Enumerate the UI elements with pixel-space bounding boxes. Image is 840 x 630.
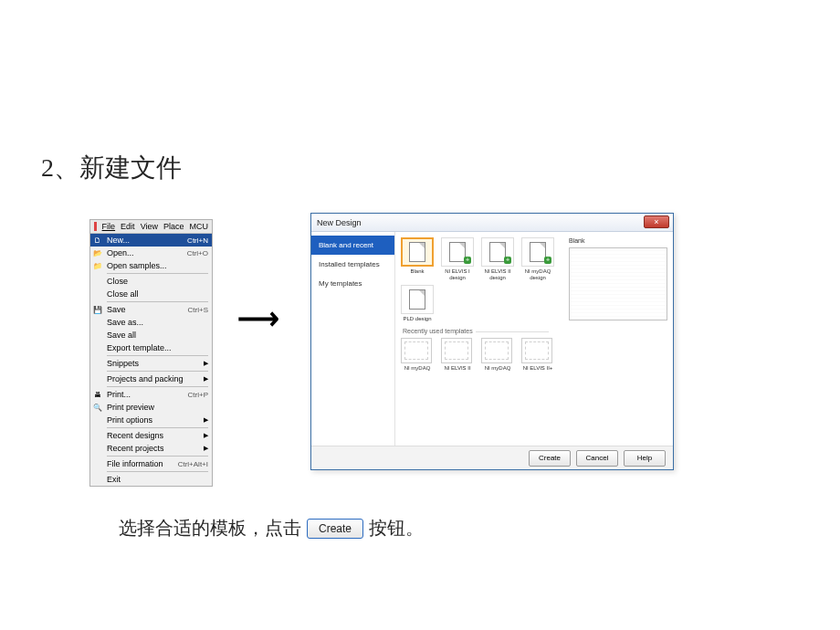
flow-arrow: ⟶ — [237, 301, 276, 336]
menu-item-print-options[interactable]: Print options▶ — [90, 414, 212, 426]
app-menubar: File Edit View Place MCU — [90, 220, 212, 234]
menu-mcu[interactable]: MCU — [190, 222, 209, 231]
plus-badge-icon: + — [544, 257, 551, 264]
recent-template-3[interactable]: NI myDAQ — [481, 338, 514, 372]
chevron-right-icon: ▶ — [204, 360, 208, 367]
menu-item-open-samples[interactable]: 📁Open samples... — [90, 259, 212, 272]
menu-separator — [107, 471, 208, 472]
print-preview-icon: 🔍 — [93, 403, 102, 412]
menu-edit[interactable]: Edit — [121, 222, 135, 231]
instruction-text: 选择合适的模板，点击 Create 按钮。 — [119, 516, 424, 541]
menu-item-open[interactable]: 📂Open...Ctrl+O — [90, 247, 212, 259]
inline-create-button: Create — [307, 519, 363, 539]
menu-item-new[interactable]: 🗋New...Ctrl+N — [90, 234, 212, 247]
menu-item-export-template[interactable]: Export template... — [90, 341, 212, 354]
sidebar-item-blank-recent[interactable]: Blank and recent — [311, 236, 394, 255]
preview-pane: Blank — [563, 232, 673, 446]
plus-badge-icon: + — [464, 257, 471, 264]
chevron-right-icon: ▶ — [204, 432, 208, 439]
menu-item-print-preview[interactable]: 🔍Print preview — [90, 401, 212, 414]
sidebar-item-installed[interactable]: Installed templates — [311, 255, 394, 274]
recent-template-2[interactable]: NI ELVIS II — [441, 338, 474, 372]
recent-template-4[interactable]: NI ELVIS II+ — [521, 338, 554, 372]
samples-icon: 📁 — [93, 261, 102, 270]
new-file-icon: 🗋 — [93, 236, 102, 245]
menu-item-print[interactable]: 🖶Print...Ctrl+P — [90, 388, 212, 401]
menu-item-file-info[interactable]: File informationCtrl+Alt+I — [90, 457, 212, 470]
section-heading: 2、新建文件 — [41, 151, 182, 185]
preview-label: Blank — [569, 237, 667, 244]
save-icon: 💾 — [93, 305, 102, 314]
plus-badge-icon: + — [504, 257, 511, 264]
menu-separator — [107, 273, 208, 274]
menu-item-exit[interactable]: Exit — [90, 473, 212, 486]
close-button[interactable]: × — [644, 215, 669, 228]
template-elvis-i[interactable]: +NI ELVIS I design — [441, 237, 474, 281]
dialog-sidebar: Blank and recent Installed templates My … — [311, 232, 395, 446]
chevron-right-icon: ▶ — [204, 445, 208, 452]
dialog-title: New Design — [317, 218, 362, 227]
menu-item-save-all[interactable]: Save all — [90, 329, 212, 341]
cancel-button[interactable]: Cancel — [576, 450, 618, 467]
app-icon — [94, 222, 97, 231]
dialog-titlebar: New Design × — [311, 214, 673, 232]
template-elvis-ii[interactable]: +NI ELVIS II design — [481, 237, 514, 281]
menu-item-recent-designs[interactable]: Recent designs▶ — [90, 429, 212, 442]
instruction-after: 按钮。 — [369, 516, 424, 541]
menu-file[interactable]: File — [102, 222, 116, 231]
menu-item-recent-projects[interactable]: Recent projects▶ — [90, 442, 212, 455]
template-pld[interactable]: PLD design — [401, 285, 434, 322]
menu-separator — [107, 371, 208, 372]
dialog-footer: Create Cancel Help — [311, 446, 673, 469]
menu-item-snippets[interactable]: Snippets▶ — [90, 357, 212, 370]
create-button[interactable]: Create — [529, 450, 571, 467]
open-folder-icon: 📂 — [93, 248, 102, 257]
preview-thumbnail — [569, 247, 667, 320]
menu-view[interactable]: View — [141, 222, 158, 231]
recent-templates-label: Recently used templates — [403, 328, 558, 334]
menu-item-projects-packing[interactable]: Projects and packing▶ — [90, 373, 212, 385]
chevron-right-icon: ▶ — [204, 375, 208, 383]
chevron-right-icon: ▶ — [204, 416, 208, 424]
new-design-dialog: New Design × Blank and recent Installed … — [310, 213, 674, 470]
menu-separator — [107, 386, 208, 387]
menu-separator — [107, 301, 208, 302]
menu-place[interactable]: Place — [163, 222, 184, 231]
menu-item-close-all[interactable]: Close all — [90, 288, 212, 300]
recent-template-1[interactable]: NI myDAQ — [401, 338, 434, 372]
instruction-before: 选择合适的模板，点击 — [119, 516, 301, 541]
print-icon: 🖶 — [93, 390, 102, 399]
template-grid: Blank +NI ELVIS I design +NI ELVIS II de… — [395, 232, 563, 446]
menu-item-close[interactable]: Close — [90, 275, 212, 288]
sidebar-item-my-templates[interactable]: My templates — [311, 274, 394, 293]
help-button[interactable]: Help — [624, 450, 666, 467]
menu-item-save-as[interactable]: Save as... — [90, 316, 212, 329]
menu-separator — [107, 427, 208, 428]
menu-item-save[interactable]: 💾SaveCtrl+S — [90, 303, 212, 316]
menu-separator — [107, 456, 208, 457]
menu-separator — [107, 355, 208, 356]
template-mydaq[interactable]: +NI myDAQ design — [521, 237, 554, 281]
file-menu-screenshot: File Edit View Place MCU 🗋New...Ctrl+N 📂… — [89, 219, 213, 487]
template-blank[interactable]: Blank — [401, 237, 434, 281]
